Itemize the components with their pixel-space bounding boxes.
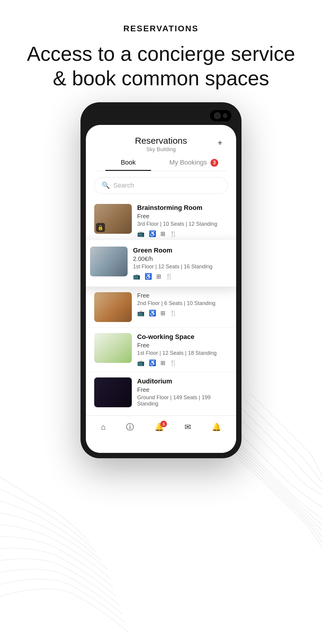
amenity-table-icon: ⊞ [160, 359, 165, 366]
room-info-meeting: Free 2nd Floor | 6 Seats | 10 Standing 📺… [132, 292, 228, 317]
amenity-food-icon: 🍴 [170, 309, 177, 317]
room-price-brainstorming: Free [137, 213, 228, 220]
phone-frame: Reservations Sky Building + Book My Book… [80, 102, 242, 458]
room-name-green: Green Room [133, 247, 228, 254]
room-list: 🔒 Brainstorming Room Free 3rd Floor | 10… [86, 199, 236, 416]
room-thumbnail-brainstorming: 🔒 [94, 204, 132, 234]
lock-badge: 🔒 [96, 223, 105, 232]
amenity-screen-icon: 📺 [137, 230, 145, 237]
room-info-coworking: Co-working Space Free 1st Floor | 12 Sea… [132, 333, 228, 366]
app-title: Reservations [109, 136, 213, 146]
room-item-coworking[interactable]: Co-working Space Free 1st Floor | 12 Sea… [86, 328, 236, 372]
page-header: RESERVATIONS Access to a concierge servi… [0, 0, 322, 102]
search-bar-container: 🔍 Search [86, 171, 236, 199]
camera-module [210, 110, 231, 121]
phone-top-bar [86, 108, 236, 124]
room-info-auditorium: Auditorium Free Ground Floor | 149 Seats… [132, 377, 228, 410]
amenity-accessible-icon: ♿ [149, 359, 156, 366]
room-info-green: Green Room 2.00€/h 1st Floor | 12 Seats … [128, 247, 228, 280]
nav-item-bell[interactable]: 🔔 [212, 422, 221, 432]
room-item-meeting[interactable]: Free 2nd Floor | 6 Seats | 10 Standing 📺… [86, 287, 236, 328]
section-label: RESERVATIONS [0, 24, 322, 33]
amenity-food-icon: 🍴 [170, 359, 177, 366]
phone-screen: Reservations Sky Building + Book My Book… [86, 125, 236, 453]
room-thumbnail-coworking [94, 333, 132, 363]
add-button[interactable]: + [213, 136, 227, 149]
bell-icon: 🔔 [212, 422, 221, 432]
app-header: Reservations Sky Building + [86, 125, 236, 153]
amenity-screen-icon: 📺 [137, 309, 145, 317]
nav-item-mail[interactable]: ✉ [185, 422, 191, 432]
room-amenities-green: 📺 ♿ ⊞ 🍴 [133, 273, 228, 280]
room-name-coworking: Co-working Space [137, 333, 228, 341]
room-name-brainstorming: Brainstorming Room [137, 204, 228, 212]
room-amenities-coworking: 📺 ♿ ⊞ 🍴 [137, 359, 228, 366]
room-price-meeting: Free [137, 292, 228, 299]
room-details-auditorium: Ground Floor | 149 Seats | 199 Standing [137, 394, 228, 407]
nav-item-concierge[interactable]: 🔔 3 [154, 422, 164, 432]
amenity-table-icon: ⊞ [160, 230, 165, 237]
room-thumbnail-meeting [94, 292, 132, 322]
nav-item-home[interactable]: ⌂ [101, 422, 106, 432]
camera-lens-main [214, 112, 221, 119]
app-content: Reservations Sky Building + Book My Book… [86, 125, 236, 453]
bookings-badge: 3 [210, 159, 218, 167]
amenity-accessible-icon: ♿ [149, 230, 156, 237]
room-thumbnail-green [90, 247, 128, 276]
room-details-meeting: 2nd Floor | 6 Seats | 10 Standing [137, 300, 228, 306]
room-price-coworking: Free [137, 342, 228, 349]
concierge-badge: 3 [160, 421, 167, 427]
search-placeholder: Search [113, 182, 134, 189]
app-header-center: Reservations Sky Building [109, 136, 213, 153]
nav-item-info[interactable]: ⓘ [126, 422, 134, 432]
bottom-nav: ⌂ ⓘ 🔔 3 ✉ 🔔 [86, 416, 236, 441]
section-title: Access to a concierge service & book com… [0, 42, 322, 90]
room-item-auditorium[interactable]: Auditorium Free Ground Floor | 149 Seats… [86, 372, 236, 416]
amenity-food-icon: 🍴 [165, 273, 173, 280]
room-name-auditorium: Auditorium [137, 377, 228, 385]
amenity-screen-icon: 📺 [137, 359, 145, 366]
room-details-green: 1st Floor | 12 Seats | 16 Standing [133, 264, 228, 270]
room-price-auditorium: Free [137, 386, 228, 393]
room-amenities-meeting: 📺 ♿ ⊞ 🍴 [137, 309, 228, 317]
room-details-brainstorming: 3rd Floor | 10 Seats | 12 Standing [137, 221, 228, 227]
room-details-coworking: 1st Floor | 12 Seats | 18 Standing [137, 350, 228, 356]
phone-mockup: Reservations Sky Building + Book My Book… [0, 102, 322, 482]
room-item-brainstorming[interactable]: 🔒 Brainstorming Room Free 3rd Floor | 10… [86, 199, 236, 243]
amenity-food-icon: 🍴 [170, 230, 177, 237]
room-price-green: 2.00€/h [133, 256, 228, 262]
amenity-table-icon: ⊞ [156, 273, 161, 280]
room-thumbnail-auditorium [94, 377, 132, 407]
tab-my-bookings[interactable]: My Bookings 3 [161, 159, 227, 171]
home-icon: ⌂ [101, 422, 106, 432]
tabs-container: Book My Bookings 3 [86, 153, 236, 171]
app-subtitle: Sky Building [109, 146, 213, 153]
room-item-green-room[interactable]: Green Room 2.00€/h 1st Floor | 12 Seats … [86, 240, 236, 287]
amenity-table-icon: ⊞ [160, 309, 165, 317]
camera-lens-secondary [223, 114, 227, 118]
search-icon: 🔍 [102, 182, 110, 189]
amenity-accessible-icon: ♿ [149, 309, 156, 317]
room-amenities-brainstorming: 📺 ♿ ⊞ 🍴 [137, 230, 228, 237]
room-info-brainstorming: Brainstorming Room Free 3rd Floor | 10 S… [132, 204, 228, 237]
amenity-accessible-icon: ♿ [145, 273, 152, 280]
search-bar[interactable]: 🔍 Search [94, 177, 228, 194]
info-icon: ⓘ [126, 422, 134, 432]
mail-icon: ✉ [185, 422, 191, 432]
tab-book[interactable]: Book [95, 159, 161, 171]
amenity-screen-icon: 📺 [133, 273, 140, 280]
